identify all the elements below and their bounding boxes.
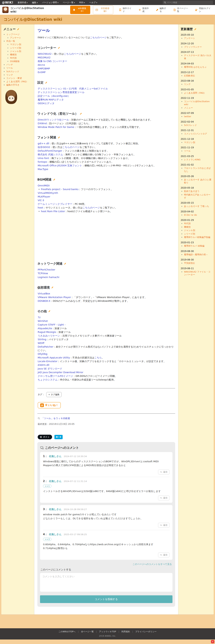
update-page-link[interactable]: ツール <box>184 150 191 152</box>
update-page-link[interactable]: ジャンル別 <box>184 229 195 232</box>
wiki-search-link[interactable]: 「ツール」をウィキ内検索 <box>42 417 70 420</box>
inline-link[interactable]: ディスクステーション専用音量変更ツール <box>38 91 84 94</box>
sidebar-item-link[interactable]: コメント・要望 <box>6 77 22 80</box>
sidebar-item-link[interactable]: ツール <box>6 67 13 69</box>
tag-edit-button[interactable]: + タグ編集 <box>46 392 62 397</box>
inline-link[interactable]: Stirling <box>38 338 46 341</box>
update-page-link[interactable]: El-Do･ra･do <box>184 214 197 216</box>
inline-link[interactable]: こちらのページ <box>64 52 81 55</box>
comment-author[interactable]: 名無しさん <box>49 508 62 511</box>
update-page-link[interactable]: 年代別 <box>184 222 190 225</box>
inline-link[interactable]: GEO4エディタ <box>38 102 54 105</box>
sidebar-item-link[interactable]: シリーズ別 <box>10 47 21 49</box>
update-page-link[interactable]: ディスクサーガ 渚のバカ大将 <box>184 54 211 60</box>
edit-pencil-icon[interactable] <box>58 47 60 49</box>
reply-button[interactable]: 返信 <box>158 496 169 500</box>
inline-link[interactable]: MacType <box>38 168 48 170</box>
update-page-link[interactable]: 筋肉であそぼう <box>184 190 199 192</box>
inline-link[interactable]: GMP2BMP <box>38 67 50 70</box>
sidebar-item-link[interactable]: 編集の手引き <box>6 84 20 86</box>
update-page-link[interactable]: シリーズ別 <box>184 232 195 235</box>
update-page-link[interactable]: 魔導師ラルバ総集編予告編 <box>184 236 210 238</box>
inline-link[interactable]: OllyDbg <box>38 352 47 355</box>
edit-pencil-icon[interactable] <box>53 178 55 181</box>
close-ad-button[interactable]: × <box>211 640 214 643</box>
sidebar-item-link[interactable]: DS体験版 <box>10 60 20 62</box>
update-page-link[interactable]: 機種別 <box>184 226 190 228</box>
inline-link[interactable]: hoot Rom File Lister <box>41 210 65 213</box>
update-page-link[interactable]: レストランKING <box>184 158 200 161</box>
view-all-comments-link[interactable]: このページへのコメントをすべて見る <box>40 563 172 566</box>
topbar-menu-item[interactable]: RSS▼ <box>79 1 85 4</box>
update-page-link[interactable]: twitter <box>184 115 191 118</box>
header-link-1[interactable]: 操作ガイド <box>119 7 133 13</box>
update-page-link[interactable]: よくある質問（FAQ） <box>184 92 206 94</box>
inline-link[interactable]: WinShot <box>38 320 48 322</box>
inline-link[interactable]: gdi++.dll <box>38 142 49 145</box>
inline-link[interactable]: うさみみハリケーン <box>38 334 60 337</box>
sidebar-item-link[interactable]: よくある質問（FAQ） <box>6 80 28 83</box>
topbar-menu-item[interactable]: 編集▼ <box>32 1 38 4</box>
update-page-link[interactable]: マガジン別 <box>184 141 195 144</box>
inline-link[interactable]: TCPView <box>38 272 48 275</box>
inline-link[interactable]: d3drm.dll <box>38 364 49 366</box>
edit-pencil-icon[interactable] <box>48 310 51 312</box>
edit-pencil-icon[interactable] <box>64 262 66 265</box>
edit-pencil-icon[interactable] <box>17 28 20 30</box>
inline-link[interactable]: 設定ツール（dsconfig.exe） <box>38 95 70 97</box>
footer-link[interactable]: プライバシーポリシー <box>135 630 157 633</box>
header-link-2[interactable]: 新規作成 <box>138 7 151 13</box>
inline-link[interactable]: FreePats project - Sound banks <box>41 188 79 190</box>
header-link-4[interactable]: 全ページ一覧 <box>173 7 190 13</box>
sidebar-item-link[interactable]: パッチ <box>6 63 13 66</box>
inline-link[interactable]: ExSMF <box>38 71 46 74</box>
inline-link[interactable]: ちょクロシステム <box>38 378 58 381</box>
topbar-menu-item[interactable]: 新規作成▼ <box>18 1 28 4</box>
inline-link[interactable]: JAD Java Decompiler Download Mirror <box>38 371 83 374</box>
inline-link[interactable]: Ume-font <box>38 157 49 160</box>
topbar-menu-item[interactable]: ページ一覧▼ <box>63 1 75 4</box>
update-page-link[interactable]: 魔導対戦 はさむんちょ <box>184 66 207 68</box>
inline-link[interactable]: PFPortChecker <box>38 268 55 271</box>
comment-author[interactable]: 名無しさん <box>49 533 62 536</box>
comment-author[interactable]: 名無しさん <box>49 480 62 483</box>
inline-link[interactable]: Microsoft Office JIS2004 互換フォント <box>38 164 82 167</box>
like-button[interactable]: @ 0 いいね！ <box>38 402 61 408</box>
inline-link[interactable]: OmniMIDI <box>38 184 50 187</box>
edit-pencil-icon[interactable] <box>80 112 82 115</box>
inline-link[interactable]: VMware Workstation Player <box>38 296 71 298</box>
footer-link[interactable]: 利用規約 <box>122 630 130 633</box>
inline-link[interactable]: fontopo <box>38 160 47 163</box>
inline-link[interactable]: ゲームミュージックプレイヤー <box>38 203 72 205</box>
edit-pencil-icon[interactable] <box>45 82 47 84</box>
x-post-button[interactable]: X ポスト <box>38 435 52 439</box>
update-page-link[interactable]: フロートランドのおとぎばなし <box>184 167 211 172</box>
inline-link[interactable]: こちらのページ <box>90 36 107 39</box>
reply-button[interactable]: 返信 <box>158 523 169 528</box>
edit-pencil-icon[interactable] <box>51 286 54 288</box>
inline-link[interactable]: 7z <box>38 316 41 319</box>
inline-link[interactable]: AlquadeLite <box>38 327 52 330</box>
inline-link[interactable]: Java SE ダウンロード <box>38 367 62 370</box>
inline-link[interactable]: Locale-Emulator <box>38 360 57 363</box>
inline-link[interactable]: 株式会社 武蔵システム <box>38 153 63 156</box>
inline-link[interactable]: Microsoft AppLocale Utility <box>38 356 70 359</box>
inline-link[interactable]: DirectXウィンドウ化ツール <box>38 118 69 121</box>
inline-link[interactable]: decnx <box>38 64 45 66</box>
inline-link[interactable]: WAV2WLK2 <box>38 52 52 55</box>
wiki-recruit-button[interactable]: wiki募集中! <box>70 6 90 14</box>
update-page-link[interactable]: あっぷるそーす あのコと夏祭り <box>184 178 211 184</box>
inline-link[interactable]: Logmein hamachi <box>38 276 59 278</box>
header-link-3[interactable]: 編集する <box>156 7 168 13</box>
sidebar-item-link[interactable]: リンク <box>6 74 13 76</box>
update-page-link[interactable]: 時代劇大江戸あっぷるそーす <box>184 194 210 199</box>
reply-button[interactable]: 返信 <box>158 552 169 558</box>
update-page-link[interactable]: 幻世酔虎伝 <box>184 74 195 77</box>
inline-link[interactable]: クロッサム用ツールFDイメージ <box>38 375 73 377</box>
reply-button[interactable]: 返信 <box>158 470 169 474</box>
inline-link[interactable]: ディスクステーション 01～11号用 代替メニューbatファイル <box>38 87 108 90</box>
update-page-link[interactable]: アンケート <box>184 37 195 40</box>
footer-link[interactable]: アットウィキTOP <box>99 630 116 633</box>
sidebar-item-link[interactable]: 機種別 <box>10 53 17 56</box>
sidebar-item-link[interactable]: 5chスレッド <box>6 70 19 73</box>
